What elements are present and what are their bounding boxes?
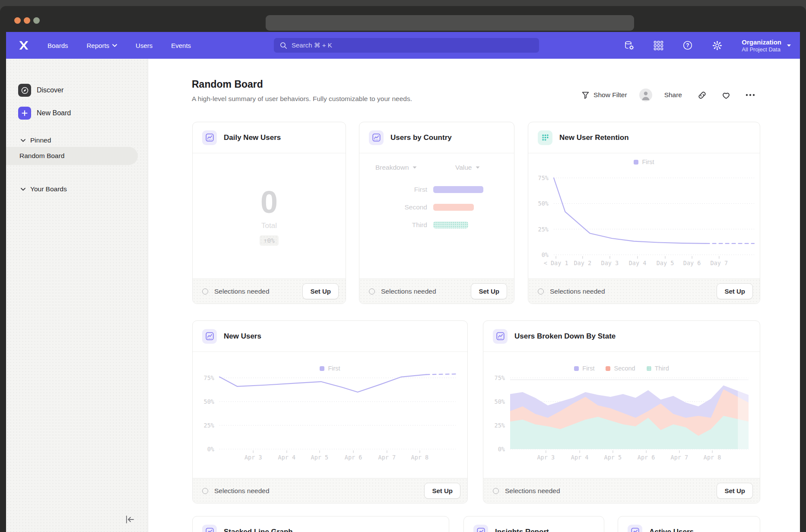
- collapse-sidebar-icon[interactable]: [125, 514, 135, 525]
- mixpanel-logo-icon[interactable]: [19, 40, 30, 51]
- metric-label: Total: [261, 222, 277, 230]
- card-new-user-retention: New User Retention First 75%50%25%0%< Da…: [528, 122, 760, 304]
- card-footer: Selections needed Set Up: [359, 279, 514, 304]
- svg-text:25%: 25%: [538, 226, 549, 233]
- window-chrome: Boards Reports Users Events: [0, 6, 806, 532]
- copy-link-icon[interactable]: [698, 91, 707, 100]
- section-label: Your Boards: [30, 185, 67, 193]
- svg-text:25%: 25%: [204, 422, 214, 429]
- line-chart-icon: [493, 329, 508, 344]
- legend-swatch-third: [647, 366, 651, 371]
- svg-text:Apr 5: Apr 5: [311, 454, 329, 461]
- nav-item-boards[interactable]: Boards: [48, 42, 68, 49]
- zoom-window-button[interactable]: [33, 17, 40, 24]
- nav-item-label: Reports: [87, 42, 110, 49]
- country-row: Third: [359, 222, 514, 228]
- status-label: Selections needed: [214, 288, 270, 295]
- svg-text:Apr 6: Apr 6: [345, 454, 362, 461]
- more-options-icon[interactable]: [746, 94, 755, 96]
- sidebar-item-label: Discover: [37, 86, 63, 94]
- org-switcher[interactable]: Organization All Project Data: [742, 38, 791, 53]
- set-up-button[interactable]: Set Up: [302, 283, 339, 299]
- card-stacked-line-graph: Stacked Line Graph: [192, 516, 449, 532]
- card-header: New Users: [193, 321, 467, 352]
- chevron-down-icon: [21, 139, 25, 142]
- line-chart-icon: [202, 525, 217, 532]
- section-label: Pinned: [30, 136, 51, 144]
- app-window: Boards Reports Users Events: [6, 32, 800, 532]
- nav-items: Boards Reports Users Events: [48, 42, 191, 49]
- nav-item-users[interactable]: Users: [136, 42, 152, 49]
- retention-grid-icon: [538, 130, 552, 145]
- chevron-down-icon: [112, 44, 117, 47]
- set-up-button[interactable]: Set Up: [471, 283, 507, 299]
- card-title: Users by Country: [390, 133, 452, 142]
- sidebar: Discover New Board Pinned: [6, 59, 148, 532]
- dropdown-label: Value: [455, 164, 472, 171]
- apps-grid-icon[interactable]: [654, 41, 663, 51]
- sidebar-section-your-boards[interactable]: Your Boards: [21, 185, 67, 193]
- show-filter-button[interactable]: Show Filter: [581, 91, 627, 99]
- set-up-button[interactable]: Set Up: [424, 483, 460, 499]
- close-window-button[interactable]: [14, 17, 21, 24]
- share-button[interactable]: Share: [664, 91, 682, 99]
- nav-item-reports[interactable]: Reports: [87, 42, 117, 49]
- row-label: Third: [412, 221, 427, 229]
- legend-swatch-second: [606, 366, 610, 371]
- traffic-lights: [14, 17, 40, 24]
- card-footer: Selections needed Set Up: [193, 478, 467, 503]
- breakdown-dropdown[interactable]: Breakdown: [375, 164, 417, 171]
- dropdown-label: Breakdown: [375, 164, 409, 171]
- svg-text:Apr 8: Apr 8: [411, 454, 429, 461]
- status: Selections needed: [202, 288, 302, 295]
- card-header: Active Users: [618, 516, 760, 532]
- sidebar-item-label: New Board: [37, 109, 71, 117]
- line-chart-icon: [473, 525, 488, 532]
- legend-swatch-first: [634, 160, 638, 165]
- favorite-heart-icon[interactable]: [721, 91, 731, 99]
- svg-text:Day 7: Day 7: [710, 260, 728, 266]
- search-input[interactable]: Search ⌘ + K: [274, 38, 539, 53]
- card-header: Users by Country: [359, 122, 514, 153]
- legend-label: First: [328, 365, 340, 372]
- nav-item-label: Events: [171, 42, 191, 49]
- status: Selections needed: [369, 288, 471, 295]
- card-header: Stacked Line Graph: [193, 516, 449, 532]
- svg-text:75%: 75%: [495, 374, 505, 381]
- nav-item-label: Users: [136, 42, 152, 49]
- card-insights-report: Insights Report: [463, 516, 604, 532]
- svg-text:0%: 0%: [207, 446, 214, 453]
- card-title: Stacked Line Graph: [224, 528, 293, 532]
- card-footer: Selections needed Set Up: [528, 279, 760, 304]
- show-filter-label: Show Filter: [593, 91, 627, 99]
- card-footer: Selections needed Set Up: [483, 478, 760, 503]
- data-management-icon[interactable]: [624, 40, 635, 51]
- board-actions: Show Filter Share: [581, 86, 755, 104]
- plus-icon: [18, 107, 31, 120]
- nav-item-events[interactable]: Events: [171, 42, 191, 49]
- help-icon[interactable]: ?: [682, 40, 693, 51]
- minimize-window-button[interactable]: [24, 17, 30, 24]
- set-up-button[interactable]: Set Up: [717, 283, 753, 299]
- set-up-button[interactable]: Set Up: [717, 483, 753, 499]
- page-subtitle: A high-level summary of user behaviors. …: [192, 95, 412, 103]
- legend-label: Third: [655, 365, 669, 372]
- settings-gear-icon[interactable]: [712, 40, 723, 51]
- svg-text:Day 4: Day 4: [629, 260, 647, 266]
- nav-item-label: Boards: [48, 42, 68, 49]
- sidebar-item-discover[interactable]: Discover: [18, 84, 63, 97]
- avatar[interactable]: [639, 89, 652, 101]
- card-title: New Users: [224, 332, 261, 341]
- legend-swatch-first: [574, 366, 579, 371]
- sidebar-item-new-board[interactable]: New Board: [18, 107, 71, 120]
- share-label: Share: [664, 91, 682, 99]
- svg-text:50%: 50%: [538, 200, 549, 207]
- status-circle-icon: [493, 488, 499, 494]
- browser-address-bar[interactable]: [266, 15, 634, 31]
- sidebar-section-pinned[interactable]: Pinned: [21, 136, 51, 144]
- sidebar-item-random-board[interactable]: Random Board: [6, 147, 138, 165]
- country-row: Second: [359, 204, 514, 211]
- value-dropdown[interactable]: Value: [455, 164, 480, 171]
- chevron-down-icon: [413, 166, 417, 169]
- svg-text:Day 2: Day 2: [574, 260, 591, 266]
